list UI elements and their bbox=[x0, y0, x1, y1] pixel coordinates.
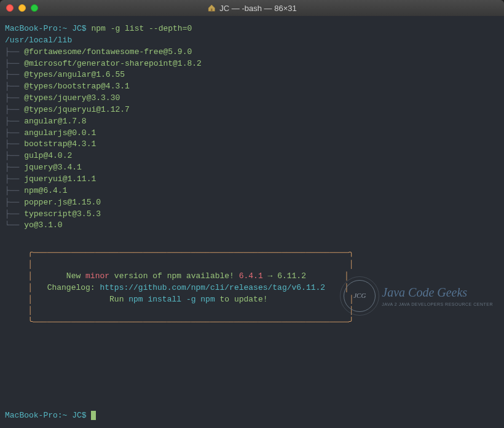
list-item: ├── @types/jqueryui@1.12.7 bbox=[5, 104, 499, 116]
list-item: ├── @microsoft/generator-sharepoint@1.8.… bbox=[5, 58, 499, 70]
window-titlebar: JC — -bash — 86×31 bbox=[0, 0, 504, 16]
watermark-logo: JCG Java Code Geeks JAVA 2 JAVA DEVELOPE… bbox=[344, 280, 493, 312]
list-item: ├── angular@1.7.8 bbox=[5, 116, 499, 128]
box-blank: │ │ bbox=[14, 259, 490, 271]
list-root: /usr/local/lib bbox=[5, 35, 499, 47]
list-item: ├── angularjs@0.0.1 bbox=[5, 128, 499, 139]
prompt-line: MacBook-Pro:~ JC$ npm -g list --depth=0 bbox=[5, 23, 499, 35]
command-text: npm -g list --depth=0 bbox=[87, 24, 192, 33]
box-border-bottom: ╰───────────────────────────────────────… bbox=[14, 317, 490, 329]
box-border-top: ╭───────────────────────────────────────… bbox=[14, 247, 490, 259]
list-item: ├── jquery@3.4.1 bbox=[5, 162, 499, 174]
list-item: ├── @types/jquery@3.3.30 bbox=[5, 93, 499, 104]
prompt-line-2: MacBook-Pro:~ JC$ bbox=[5, 410, 96, 422]
prompt-host: MacBook-Pro:~ JC$ bbox=[5, 411, 87, 420]
svg-rect-0 bbox=[211, 9, 213, 11]
jcg-sub-text: JAVA 2 JAVA DEVELOPERS RESOURCE CENTER bbox=[382, 302, 493, 308]
list-item: ├── @types/angular@1.6.55 bbox=[5, 69, 499, 81]
list-item: ├── bootstrap@4.3.1 bbox=[5, 139, 499, 150]
maximize-icon[interactable] bbox=[31, 4, 38, 12]
jcg-text: Java Code Geeks JAVA 2 JAVA DEVELOPERS R… bbox=[382, 284, 493, 308]
list-item: ├── @types/bootstrap@4.3.1 bbox=[5, 81, 499, 93]
home-icon bbox=[207, 4, 216, 12]
traffic-lights bbox=[6, 4, 38, 12]
cursor-icon bbox=[91, 411, 96, 420]
list-item: ├── @fortawesome/fontawesome-free@5.9.0 bbox=[5, 47, 499, 58]
list-item: ├── typescript@3.5.3 bbox=[5, 209, 499, 220]
minimize-icon[interactable] bbox=[18, 4, 26, 12]
jcg-main-text: Java Code Geeks bbox=[382, 284, 493, 302]
list-item: ├── popper.js@1.15.0 bbox=[5, 197, 499, 209]
list-item: ├── jqueryui@1.11.1 bbox=[5, 174, 499, 185]
prompt-host: MacBook-Pro:~ JC$ bbox=[5, 24, 87, 33]
jcg-circle-icon: JCG bbox=[344, 280, 376, 312]
package-list: ├── @fortawesome/fontawesome-free@5.9.0├… bbox=[5, 47, 499, 232]
list-item: └── yo@3.1.0 bbox=[5, 220, 499, 232]
window-title-text: JC — -bash — 86×31 bbox=[219, 4, 296, 13]
window-title: JC — -bash — 86×31 bbox=[207, 4, 296, 13]
list-item: ├── gulp@4.0.2 bbox=[5, 150, 499, 162]
close-icon[interactable] bbox=[6, 4, 14, 12]
terminal-body[interactable]: MacBook-Pro:~ JC$ npm -g list --depth=0 … bbox=[0, 16, 504, 428]
list-item: ├── npm@6.4.1 bbox=[5, 185, 499, 197]
